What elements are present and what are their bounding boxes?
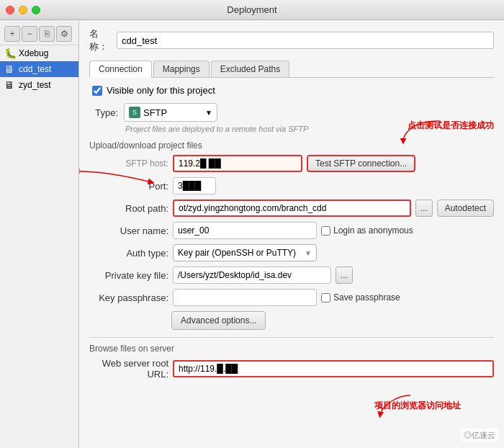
browse-section-label: Browse files on server [89, 344, 494, 354]
type-dropdown-arrow: ▼ [205, 109, 212, 117]
arrow-url-svg [374, 392, 446, 421]
advanced-row: Advanced options... [171, 311, 494, 330]
helper-text: Project files are deployed to a remote h… [89, 125, 494, 133]
browse-files-section: Browse files on server Web server root U… [89, 337, 494, 380]
main-layout: + − ⎘ ⚙ 🐛 Xdebug 🖥 cdd_test 🖥 zyd_test 名… [0, 20, 504, 448]
xdebug-icon: 🐛 [4, 48, 16, 59]
type-value: SFTP [143, 107, 167, 118]
root-path-label: Root path: [89, 203, 168, 214]
annotation-browser-url: 项目的浏览器访问地址 [374, 400, 461, 412]
user-name-label: User name: [89, 225, 168, 236]
sidebar-item-cdd-test[interactable]: 🖥 cdd_test [0, 61, 78, 77]
port-row: Port: [89, 177, 494, 194]
login-anonymous-checkbox[interactable] [321, 226, 330, 236]
remove-button[interactable]: − [22, 26, 37, 42]
tab-excluded-paths[interactable]: Excluded Paths [211, 61, 289, 77]
cdd-test-icon: 🖥 [4, 63, 16, 75]
window-title: Deployment [227, 4, 276, 15]
root-path-input[interactable] [173, 200, 411, 217]
watermark: ◎亿速云 [461, 429, 498, 442]
minimize-button[interactable] [19, 6, 27, 14]
sidebar-item-label-zyd: zyd_test [19, 80, 51, 90]
sftp-host-label: SFTP host: [89, 158, 168, 169]
private-key-row: Private key file: … [89, 266, 494, 284]
root-path-row: Root path: … Autodetect [89, 200, 494, 217]
titlebar: Deployment [0, 0, 504, 20]
root-path-browse-button[interactable]: … [415, 200, 433, 217]
upload-section-label: Upload/download project files [89, 140, 494, 151]
maximize-button[interactable] [32, 6, 40, 14]
type-icon: S [129, 107, 140, 118]
sidebar-item-xdebug[interactable]: 🐛 Xdebug [0, 45, 78, 61]
sidebar-toolbar: + − ⎘ ⚙ [0, 23, 78, 45]
private-key-input[interactable] [173, 266, 331, 284]
user-name-row: User name: Login as anonymous [89, 222, 494, 239]
type-label: Type: [89, 107, 118, 118]
web-url-row: Web server root URL: [89, 358, 494, 380]
user-name-input[interactable] [173, 222, 317, 239]
visible-only-checkbox[interactable] [92, 86, 102, 96]
name-input[interactable]: cdd_test [117, 32, 494, 49]
autodetect-button[interactable]: Autodetect [437, 200, 494, 217]
auth-type-select[interactable]: Key pair (OpenSSH or PuTTY) ▼ [173, 244, 317, 261]
name-row: 名称： cdd_test [89, 27, 494, 53]
tabs: Connection Mappings Excluded Paths [89, 61, 494, 78]
visible-only-label: Visible only for this project [107, 85, 215, 96]
type-select[interactable]: S SFTP ▼ [124, 103, 217, 122]
add-button[interactable]: + [4, 26, 20, 42]
traffic-lights [6, 6, 40, 14]
key-passphrase-row: Key passphrase: Save passphrase [89, 289, 494, 306]
tab-connection[interactable]: Connection [89, 61, 152, 78]
sidebar-item-label-cdd: cdd_test [19, 64, 51, 74]
login-anonymous-label: Login as anonymous [333, 225, 413, 236]
copy-button[interactable]: ⎘ [39, 26, 55, 42]
port-label: Port: [89, 181, 168, 192]
auth-type-label: Auth type: [89, 248, 168, 259]
sidebar-item-label: Xdebug [19, 48, 48, 58]
close-button[interactable] [6, 6, 14, 14]
web-url-label: Web server root URL: [89, 358, 168, 380]
save-passphrase-check[interactable]: Save passphrase [321, 292, 400, 303]
sidebar-item-zyd-test[interactable]: 🖥 zyd_test [0, 77, 78, 93]
save-passphrase-checkbox[interactable] [321, 293, 330, 303]
tab-mappings[interactable]: Mappings [153, 61, 210, 77]
key-passphrase-label: Key passphrase: [89, 292, 168, 303]
save-passphrase-label: Save passphrase [333, 292, 400, 303]
private-key-browse-button[interactable]: … [336, 266, 353, 284]
visible-only-row: Visible only for this project [89, 85, 494, 96]
sftp-host-input[interactable] [173, 155, 302, 172]
key-passphrase-input[interactable] [173, 289, 317, 306]
sidebar: + − ⎘ ⚙ 🐛 Xdebug 🖥 cdd_test 🖥 zyd_test [0, 20, 79, 448]
login-anonymous-check[interactable]: Login as anonymous [321, 225, 413, 236]
sftp-host-row: SFTP host: Test SFTP connection... [89, 155, 494, 172]
auth-type-row: Auth type: Key pair (OpenSSH or PuTTY) ▼ [89, 244, 494, 261]
auth-type-arrow: ▼ [305, 249, 312, 257]
web-url-input[interactable] [173, 360, 494, 377]
test-sftp-button[interactable]: Test SFTP connection... [307, 155, 415, 172]
private-key-label: Private key file: [89, 270, 168, 281]
content-area: 名称： cdd_test Connection Mappings Exclude… [79, 20, 504, 448]
annotation-online-project: 线上项目所在路径 [79, 164, 80, 176]
type-row: Type: S SFTP ▼ [89, 103, 494, 122]
zyd-test-icon: 🖥 [4, 79, 16, 91]
name-label: 名称： [89, 27, 111, 53]
settings-button[interactable]: ⚙ [56, 26, 72, 42]
advanced-options-button[interactable]: Advanced options... [171, 311, 266, 330]
auth-type-value: Key pair (OpenSSH or PuTTY) [178, 248, 296, 258]
port-input[interactable] [173, 177, 216, 194]
